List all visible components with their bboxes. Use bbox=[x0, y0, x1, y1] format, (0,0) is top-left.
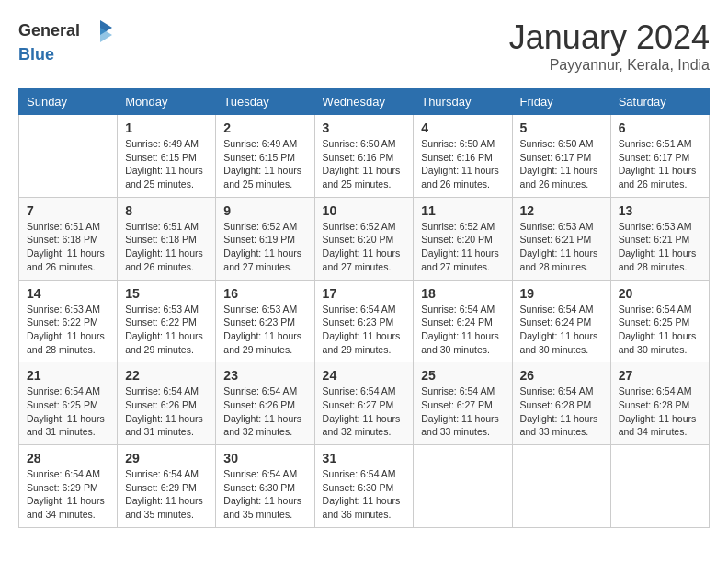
day-cell: 16Sunrise: 6:53 AMSunset: 6:23 PMDayligh… bbox=[216, 280, 314, 362]
day-info: Sunrise: 6:54 AMSunset: 6:27 PMDaylight:… bbox=[323, 385, 406, 439]
day-info: Sunrise: 6:54 AMSunset: 6:28 PMDaylight:… bbox=[520, 385, 603, 439]
day-number: 23 bbox=[223, 368, 306, 383]
logo-general: General bbox=[18, 21, 80, 40]
day-cell: 7Sunrise: 6:51 AMSunset: 6:18 PMDaylight… bbox=[19, 197, 118, 280]
day-number: 2 bbox=[223, 121, 306, 135]
day-info: Sunrise: 6:52 AMSunset: 6:19 PMDaylight:… bbox=[223, 220, 306, 274]
day-number: 15 bbox=[125, 286, 208, 301]
day-number: 9 bbox=[223, 203, 306, 218]
column-header-tuesday: Tuesday bbox=[216, 89, 314, 115]
location-title: Payyannur, Kerala, India bbox=[509, 57, 710, 74]
column-header-sunday: Sunday bbox=[19, 89, 118, 115]
logo-flag-icon bbox=[86, 18, 114, 46]
day-cell: 8Sunrise: 6:51 AMSunset: 6:18 PMDaylight… bbox=[118, 197, 216, 280]
month-title: January 2024 bbox=[509, 18, 710, 57]
day-info: Sunrise: 6:54 AMSunset: 6:30 PMDaylight:… bbox=[223, 467, 306, 522]
day-number: 5 bbox=[520, 121, 603, 135]
day-info: Sunrise: 6:50 AMSunset: 6:17 PMDaylight:… bbox=[520, 137, 603, 191]
day-number: 20 bbox=[619, 286, 701, 301]
column-header-friday: Friday bbox=[512, 89, 610, 115]
day-number: 3 bbox=[323, 121, 406, 135]
day-info: Sunrise: 6:53 AMSunset: 6:21 PMDaylight:… bbox=[520, 220, 603, 274]
day-number: 8 bbox=[125, 203, 208, 218]
calendar-table: SundayMondayTuesdayWednesdayThursdayFrid… bbox=[18, 88, 710, 528]
day-info: Sunrise: 6:54 AMSunset: 6:29 PMDaylight:… bbox=[125, 467, 208, 522]
column-header-saturday: Saturday bbox=[610, 89, 709, 115]
day-info: Sunrise: 6:54 AMSunset: 6:24 PMDaylight:… bbox=[520, 303, 603, 357]
day-cell: 12Sunrise: 6:53 AMSunset: 6:21 PMDayligh… bbox=[512, 197, 610, 280]
day-cell: 25Sunrise: 6:54 AMSunset: 6:27 PMDayligh… bbox=[414, 362, 512, 445]
day-cell: 9Sunrise: 6:52 AMSunset: 6:19 PMDaylight… bbox=[216, 197, 314, 280]
header-row: SundayMondayTuesdayWednesdayThursdayFrid… bbox=[19, 89, 710, 115]
day-number: 1 bbox=[125, 121, 208, 135]
logo: General Blue bbox=[18, 18, 114, 64]
day-info: Sunrise: 6:54 AMSunset: 6:23 PMDaylight:… bbox=[323, 303, 406, 357]
day-number: 19 bbox=[520, 286, 603, 301]
day-info: Sunrise: 6:49 AMSunset: 6:15 PMDaylight:… bbox=[223, 137, 306, 191]
day-cell: 13Sunrise: 6:53 AMSunset: 6:21 PMDayligh… bbox=[610, 197, 709, 280]
day-number: 6 bbox=[619, 121, 701, 135]
logo-blue: Blue bbox=[18, 45, 54, 63]
day-number: 16 bbox=[223, 286, 306, 301]
day-info: Sunrise: 6:53 AMSunset: 6:21 PMDaylight:… bbox=[619, 220, 701, 274]
day-info: Sunrise: 6:53 AMSunset: 6:22 PMDaylight:… bbox=[125, 303, 208, 357]
day-cell: 19Sunrise: 6:54 AMSunset: 6:24 PMDayligh… bbox=[512, 280, 610, 362]
day-number: 7 bbox=[27, 203, 109, 218]
day-number: 26 bbox=[520, 368, 603, 383]
day-cell: 18Sunrise: 6:54 AMSunset: 6:24 PMDayligh… bbox=[414, 280, 512, 362]
day-number: 22 bbox=[125, 368, 208, 383]
week-row-5: 28Sunrise: 6:54 AMSunset: 6:29 PMDayligh… bbox=[19, 445, 710, 528]
day-number: 25 bbox=[421, 368, 504, 383]
day-number: 11 bbox=[421, 203, 504, 218]
day-info: Sunrise: 6:52 AMSunset: 6:20 PMDaylight:… bbox=[421, 220, 504, 274]
day-info: Sunrise: 6:54 AMSunset: 6:27 PMDaylight:… bbox=[421, 385, 504, 439]
day-cell: 5Sunrise: 6:50 AMSunset: 6:17 PMDaylight… bbox=[512, 115, 610, 198]
day-cell: 1Sunrise: 6:49 AMSunset: 6:15 PMDaylight… bbox=[118, 115, 216, 198]
day-info: Sunrise: 6:54 AMSunset: 6:25 PMDaylight:… bbox=[27, 385, 109, 439]
day-cell: 30Sunrise: 6:54 AMSunset: 6:30 PMDayligh… bbox=[216, 445, 314, 528]
day-cell bbox=[414, 445, 512, 528]
day-number: 24 bbox=[323, 368, 406, 383]
day-info: Sunrise: 6:51 AMSunset: 6:18 PMDaylight:… bbox=[27, 220, 109, 274]
day-cell: 14Sunrise: 6:53 AMSunset: 6:22 PMDayligh… bbox=[19, 280, 118, 362]
day-info: Sunrise: 6:54 AMSunset: 6:28 PMDaylight:… bbox=[619, 385, 701, 439]
day-info: Sunrise: 6:54 AMSunset: 6:24 PMDaylight:… bbox=[421, 303, 504, 357]
week-row-4: 21Sunrise: 6:54 AMSunset: 6:25 PMDayligh… bbox=[19, 362, 710, 445]
day-info: Sunrise: 6:54 AMSunset: 6:26 PMDaylight:… bbox=[223, 385, 306, 439]
day-cell: 11Sunrise: 6:52 AMSunset: 6:20 PMDayligh… bbox=[414, 197, 512, 280]
day-number: 17 bbox=[323, 286, 406, 301]
day-cell: 20Sunrise: 6:54 AMSunset: 6:25 PMDayligh… bbox=[610, 280, 709, 362]
day-info: Sunrise: 6:53 AMSunset: 6:23 PMDaylight:… bbox=[223, 303, 306, 357]
day-number: 29 bbox=[125, 451, 208, 465]
column-header-wednesday: Wednesday bbox=[314, 89, 414, 115]
day-info: Sunrise: 6:54 AMSunset: 6:30 PMDaylight:… bbox=[323, 467, 406, 522]
day-info: Sunrise: 6:49 AMSunset: 6:15 PMDaylight:… bbox=[125, 137, 208, 191]
day-cell: 24Sunrise: 6:54 AMSunset: 6:27 PMDayligh… bbox=[314, 362, 414, 445]
day-number: 4 bbox=[421, 121, 504, 135]
day-info: Sunrise: 6:52 AMSunset: 6:20 PMDaylight:… bbox=[323, 220, 406, 274]
day-cell: 21Sunrise: 6:54 AMSunset: 6:25 PMDayligh… bbox=[19, 362, 118, 445]
day-cell: 10Sunrise: 6:52 AMSunset: 6:20 PMDayligh… bbox=[314, 197, 414, 280]
day-number: 21 bbox=[27, 368, 109, 383]
day-cell: 23Sunrise: 6:54 AMSunset: 6:26 PMDayligh… bbox=[216, 362, 314, 445]
day-cell bbox=[19, 115, 118, 198]
day-number: 31 bbox=[323, 451, 406, 465]
day-number: 14 bbox=[27, 286, 109, 301]
logo-line1: General bbox=[18, 18, 114, 46]
day-number: 18 bbox=[421, 286, 504, 301]
day-info: Sunrise: 6:51 AMSunset: 6:17 PMDaylight:… bbox=[619, 137, 701, 191]
day-info: Sunrise: 6:50 AMSunset: 6:16 PMDaylight:… bbox=[323, 137, 406, 191]
day-info: Sunrise: 6:51 AMSunset: 6:18 PMDaylight:… bbox=[125, 220, 208, 274]
day-cell: 15Sunrise: 6:53 AMSunset: 6:22 PMDayligh… bbox=[118, 280, 216, 362]
day-number: 13 bbox=[619, 203, 701, 218]
day-info: Sunrise: 6:54 AMSunset: 6:29 PMDaylight:… bbox=[27, 467, 109, 522]
day-info: Sunrise: 6:50 AMSunset: 6:16 PMDaylight:… bbox=[421, 137, 504, 191]
day-number: 27 bbox=[619, 368, 701, 383]
day-cell: 22Sunrise: 6:54 AMSunset: 6:26 PMDayligh… bbox=[118, 362, 216, 445]
day-info: Sunrise: 6:53 AMSunset: 6:22 PMDaylight:… bbox=[27, 303, 109, 357]
day-cell bbox=[610, 445, 709, 528]
day-number: 30 bbox=[223, 451, 306, 465]
day-info: Sunrise: 6:54 AMSunset: 6:25 PMDaylight:… bbox=[619, 303, 701, 357]
day-cell: 28Sunrise: 6:54 AMSunset: 6:29 PMDayligh… bbox=[19, 445, 118, 528]
day-cell: 26Sunrise: 6:54 AMSunset: 6:28 PMDayligh… bbox=[512, 362, 610, 445]
